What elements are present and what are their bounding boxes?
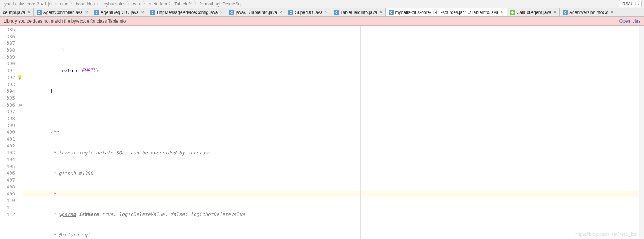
line-number-387[interactable]: 387 xyxy=(0,40,23,47)
tab-label: AgentVersionInfoCo xyxy=(569,10,608,15)
crumb-jar[interactable]: ybatis-plus-core-3.4.1.jar xyxy=(4,1,53,7)
close-icon[interactable]: ✕ xyxy=(325,10,328,14)
line-number-394[interactable]: 394 xyxy=(0,88,23,95)
line-number-393[interactable]: 393 xyxy=(0,81,23,88)
line-number-410[interactable]: 410 xyxy=(0,197,23,204)
file-type-icon: G xyxy=(510,10,515,15)
line-391: * github #1386 xyxy=(27,170,644,177)
tab-3[interactable]: CHttpMessageAdviceConfig.java✕ xyxy=(147,8,226,16)
close-icon[interactable]: ✕ xyxy=(279,10,282,14)
watermark-text: https://blog.csdn.net/hero_lxz xyxy=(575,231,637,237)
file-type-icon: C xyxy=(288,10,293,15)
close-icon[interactable]: ✕ xyxy=(85,10,88,14)
line-390: * format logic delete SQL, can be overri… xyxy=(27,150,644,157)
crumb-com[interactable]: com xyxy=(60,1,69,7)
crumb-class[interactable]: TableInfo xyxy=(174,1,192,7)
file-type-icon: C xyxy=(229,10,234,15)
banner-text: Library source does not match the byteco… xyxy=(4,19,126,24)
tab-label: AgentController.java xyxy=(43,10,83,15)
tab-4[interactable]: Cjava\...\TableInfo.java✕ xyxy=(226,8,285,16)
source-mismatch-banner: Library source does not match the byteco… xyxy=(0,17,644,26)
line-number-412[interactable]: 412 xyxy=(0,211,23,218)
line-gutter: 3853863873883893903913923933943953963973… xyxy=(0,26,23,239)
tab-0[interactable]: ceImpl.java✕ xyxy=(0,8,34,16)
close-icon[interactable]: ✕ xyxy=(380,10,382,14)
tab-label: TableFieldInfo.java xyxy=(341,10,377,15)
code-editor[interactable]: 3853863873883893903913923933943953963973… xyxy=(0,26,644,239)
line-number-402[interactable]: 402 xyxy=(0,143,23,150)
line-number-407[interactable]: 407 xyxy=(0,177,23,184)
line-number-385[interactable]: 385 xyxy=(0,26,23,33)
line-392-caret[interactable]: * xyxy=(23,191,640,198)
close-icon[interactable]: ✕ xyxy=(501,10,504,14)
line-number-403[interactable]: 403 xyxy=(0,149,23,156)
line-number-401[interactable]: 401 xyxy=(0,136,23,143)
crumb-baomidou[interactable]: baomidou xyxy=(76,1,95,7)
line-number-406[interactable]: 406 xyxy=(0,170,23,177)
line-385: } xyxy=(27,47,644,54)
line-number-399[interactable]: 399 xyxy=(0,122,23,129)
tab-1[interactable]: CAgentController.java✕ xyxy=(34,8,91,16)
line-387: } xyxy=(27,88,644,95)
line-number-397[interactable]: 397 xyxy=(0,108,23,115)
close-icon[interactable]: ✕ xyxy=(27,10,30,14)
code-area[interactable]: } return EMPTY; } /** * format logic del… xyxy=(23,26,644,239)
line-389: /** xyxy=(27,129,644,136)
editor-tabs: ceImpl.java✕CAgentController.java✕CAgent… xyxy=(0,8,644,17)
file-type-icon: C xyxy=(334,10,339,15)
crumb-metadata[interactable]: metadata xyxy=(149,1,167,7)
line-number-396[interactable]: 396 xyxy=(0,102,23,109)
file-type-icon: C xyxy=(150,10,155,15)
line-number-400[interactable]: 400 xyxy=(0,129,23,136)
tab-7[interactable]: Cmybatis-plus-core-3.4.1-sources.jar!\..… xyxy=(386,8,507,16)
tab-2[interactable]: CAgentReqDTO.java✕ xyxy=(91,8,147,16)
line-394: * @return sql xyxy=(27,232,644,239)
tab-5[interactable]: CSuperDO.java✕ xyxy=(285,8,331,16)
tab-label: SuperDO.java xyxy=(295,10,322,15)
line-388 xyxy=(27,108,644,115)
line-number-388[interactable]: 388 xyxy=(0,47,23,54)
crumb-method[interactable]: formatLogicDeleteSql xyxy=(200,1,242,7)
line-number-398[interactable]: 398 xyxy=(0,115,23,122)
line-number-389[interactable]: 389 xyxy=(0,54,23,61)
tab-label: java\...\TableInfo.java xyxy=(236,10,277,15)
tab-label: AgentReqDTO.java xyxy=(101,10,139,15)
close-icon[interactable]: ✕ xyxy=(611,10,614,14)
close-icon[interactable]: ✕ xyxy=(554,10,556,14)
right-margin-line xyxy=(360,26,361,239)
line-number-411[interactable]: 411 xyxy=(0,204,23,211)
tab-9[interactable]: CAgentVersionInfoCo✕ xyxy=(560,8,617,16)
line-number-390[interactable]: 390 xyxy=(0,60,23,67)
vertical-scrollbar[interactable] xyxy=(639,26,644,239)
tab-label: HttpMessageAdviceConfig.java xyxy=(157,10,218,15)
crumb-core[interactable]: core xyxy=(133,1,141,7)
line-number-392[interactable]: 392 xyxy=(0,74,23,81)
tab-label: CallForAgent.java xyxy=(517,10,551,15)
crumb-mybatisplus[interactable]: mybatisplus xyxy=(102,1,125,7)
line-number-395[interactable]: 395 xyxy=(0,95,23,102)
open-class-link[interactable]: Open .clas xyxy=(619,19,640,24)
line-number-386[interactable]: 386 xyxy=(0,33,23,40)
close-icon[interactable]: ✕ xyxy=(141,10,144,14)
top-right-button[interactable]: RSAUtils xyxy=(619,0,642,7)
file-type-icon: C xyxy=(389,10,394,15)
file-type-icon: C xyxy=(563,10,568,15)
tab-8[interactable]: GCallForAgent.java✕ xyxy=(507,8,560,16)
tab-label: mybatis-plus-core-3.4.1-sources.jar!\...… xyxy=(395,10,499,15)
line-number-409[interactable]: 409 xyxy=(0,191,23,198)
tab-label: ceImpl.java xyxy=(3,10,25,15)
text-caret xyxy=(56,191,56,197)
breadcrumb: ybatis-plus-core-3.4.1.jar〉 com〉 baomido… xyxy=(0,0,644,8)
line-number-405[interactable]: 405 xyxy=(0,163,23,170)
line-number-408[interactable]: 408 xyxy=(0,184,23,191)
file-type-icon: C xyxy=(37,10,42,15)
line-386: return EMPTY; xyxy=(27,67,644,74)
close-icon[interactable]: ✕ xyxy=(220,10,223,14)
line-number-391[interactable]: 391 xyxy=(0,67,23,74)
tab-6[interactable]: CTableFieldInfo.java✕ xyxy=(331,8,386,16)
file-type-icon: C xyxy=(94,10,99,15)
line-number-404[interactable]: 404 xyxy=(0,156,23,163)
line-393: * @param isWhere true: logicDeleteValue,… xyxy=(27,211,644,218)
